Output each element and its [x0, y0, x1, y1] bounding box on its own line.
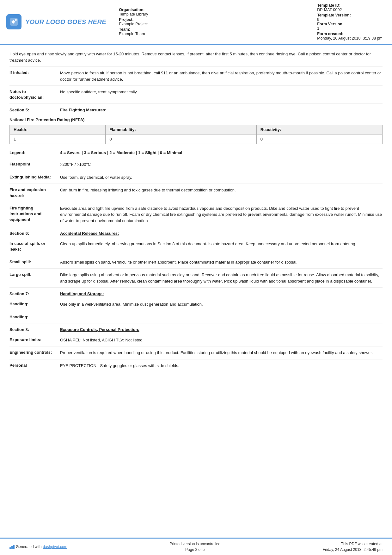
section5-label: Section 5:: [9, 108, 60, 112]
header-meta-left: Organisation: Template Library Project: …: [119, 3, 148, 41]
field-extinguishing: Extinguishing Media: Use foam, dry chemi…: [9, 171, 383, 184]
legend-label: Legend:: [9, 150, 60, 155]
field-label-notes-doctor: Notes to doctor/physician:: [9, 89, 60, 100]
field-spills-leaks: In case of spills or leaks: Clean up spi…: [9, 238, 383, 256]
svg-point-1: [15, 19, 17, 21]
section8-label: Section 8:: [9, 327, 60, 332]
field-engineering-controls: Engineering controls: Proper ventilation…: [9, 346, 383, 359]
field-label-fire-explosion: Fire and explosion hazard:: [9, 187, 60, 198]
field-value-fire-explosion: Can burn in fire, releasing irritating a…: [60, 187, 383, 198]
field-flashpoint: Flashpoint: >200°F / >100°C: [9, 158, 383, 171]
team-line: Team: Example Team: [119, 27, 148, 36]
field-value-engineering-controls: Proper ventilation is required when hand…: [60, 350, 383, 356]
section6-label: Section 6:: [9, 231, 60, 236]
project-line: Project: Example Project: [119, 17, 148, 26]
field-value-notes-doctor: No specific antidote, treat symptomatica…: [60, 89, 383, 100]
template-id-line: Template ID: DP-MAT-0002: [317, 3, 383, 12]
footer-bar-2: [11, 546, 13, 549]
footer-right-line2: Friday, 24 August 2018, 2:45:49 pm: [323, 547, 383, 552]
section5-row: Section 5: Fire Fighting Measures:: [9, 104, 383, 114]
field-label-engineering-controls: Engineering controls:: [9, 350, 60, 356]
form-created-line: Form created: Monday, 20 August 2018, 3:…: [317, 32, 383, 41]
header-meta: Organisation: Template Library Project: …: [119, 3, 383, 41]
field-value-extinguishing: Use foam, dry chemical, or water spray.: [60, 174, 383, 181]
footer-bar-1: [9, 547, 11, 549]
field-value-exposure-limits: OSHA PEL: Not listed, ACIGH TLV: Not lis…: [60, 337, 383, 343]
field-value-handling-1: Use only in a well-ventilated area. Mini…: [60, 301, 383, 308]
logo-area: YOUR LOGO GOES HERE: [6, 3, 106, 41]
section5-title: Fire Fighting Measures:: [60, 108, 107, 112]
field-label-fire-fighting: Fire fighting instructions and equipment…: [9, 205, 60, 224]
field-notes-doctor: Notes to doctor/physician: No specific a…: [9, 86, 383, 104]
footer-generated-text: Generated with: [16, 545, 41, 549]
field-small-spill: Small spill: Absorb small spills on sand…: [9, 256, 383, 269]
field-value-small-spill: Absorb small spills on sand, vermiculite…: [60, 259, 383, 265]
footer-center: Printed version is uncontrolled Page 2 o…: [169, 541, 220, 552]
org-line: Organisation: Template Library: [119, 8, 148, 16]
field-label-small-spill: Small spill:: [9, 259, 60, 265]
field-label-large-spill: Large spill:: [9, 272, 60, 284]
footer-bar-3: [13, 545, 15, 549]
page-footer: Generated with dashpivot.com Printed ver…: [0, 538, 392, 555]
intro-text: Hold eye open and rinse slowly and gentl…: [9, 48, 383, 67]
section6-row: Section 6: Accidental Release Measures:: [9, 227, 383, 238]
nfpa-value-row: 1 0 0: [10, 134, 383, 144]
field-if-inhaled: If inhaled: Move person to fresh air, if…: [9, 67, 383, 86]
nfpa-heading: National Fire Protection Rating (NFPA): [9, 117, 383, 122]
footer-page-number: Page 2 of 5: [169, 547, 220, 552]
field-label-personal: Personal: [9, 363, 60, 369]
footer-center-line1: Printed version is uncontrolled: [169, 541, 220, 547]
field-handling-2: Handling:: [9, 311, 383, 323]
legend-value: 4 = Severe | 3 = Serious | 2 = Moderate …: [60, 150, 182, 155]
logo-text: YOUR LOGO GOES HERE: [25, 18, 106, 26]
field-label-spills-leaks: In case of spills or leaks:: [9, 241, 60, 252]
field-value-fire-fighting: Evacuate area and fight fire upwind from…: [60, 205, 383, 224]
field-label-extinguishing: Extinguishing Media:: [9, 174, 60, 181]
nfpa-table: Health: Flammability: Reactivity: 1 0 0: [9, 125, 383, 144]
footer-left: Generated with dashpivot.com: [9, 544, 67, 549]
footer-right-line1: This PDF was created at: [323, 541, 383, 547]
field-value-if-inhaled: Move person to fresh air, if person is n…: [60, 70, 383, 82]
field-value-flashpoint: >200°F / >100°C: [60, 161, 383, 168]
section8-row: Section 8: Exposure Controls, Personal P…: [9, 323, 383, 334]
field-label-handling-1: Handling:: [9, 301, 60, 308]
field-fire-explosion: Fire and explosion hazard: Can burn in f…: [9, 184, 383, 202]
template-version-line: Template Version: 9 Form Version: 1: [317, 13, 383, 31]
logo-icon: [6, 14, 21, 29]
field-value-handling-2: [60, 314, 383, 320]
section7-title: Handling and Storage:: [60, 291, 104, 296]
nfpa-reactivity-value: 0: [256, 134, 382, 144]
footer-right: This PDF was created at Friday, 24 Augus…: [323, 541, 383, 552]
nfpa-health-value: 1: [10, 134, 106, 144]
field-fire-fighting: Fire fighting instructions and equipment…: [9, 202, 383, 228]
field-label-if-inhaled: If inhaled:: [9, 70, 60, 82]
field-personal: Personal EYE PROTECTION - Safety goggles…: [9, 359, 383, 372]
section6-title: Accidental Release Measures:: [60, 231, 119, 236]
content-area: Hold eye open and rinse slowly and gentl…: [0, 45, 392, 538]
field-handling-1: Handling: Use only in a well-ventilated …: [9, 298, 383, 311]
page-header: YOUR LOGO GOES HERE Organisation: Templa…: [0, 0, 392, 45]
nfpa-th-health: Health:: [10, 125, 106, 134]
field-exposure-limits: Exposure limits: OSHA PEL: Not listed, A…: [9, 334, 383, 347]
field-value-spills-leaks: Clean up spills immediately, observing p…: [60, 241, 383, 252]
footer-logo: Generated with dashpivot.com: [9, 544, 67, 549]
nfpa-th-reactivity: Reactivity:: [256, 125, 382, 134]
nfpa-flammability-value: 0: [106, 134, 257, 144]
footer-dashpivot-link[interactable]: dashpivot.com: [43, 545, 67, 549]
header-meta-right: Template ID: DP-MAT-0002 Template Versio…: [317, 3, 383, 41]
nfpa-th-flammability: Flammability:: [106, 125, 257, 134]
field-label-exposure-limits: Exposure limits:: [9, 337, 60, 343]
field-value-large-spill: Dike large spills using absorbent or imp…: [60, 272, 383, 284]
footer-bars-icon: [9, 544, 15, 549]
legend-row: Legend: 4 = Severe | 3 = Serious | 2 = M…: [9, 147, 383, 158]
field-large-spill: Large spill: Dike large spills using abs…: [9, 269, 383, 288]
field-label-handling-2: Handling:: [9, 314, 60, 320]
section7-row: Section 7: Handling and Storage:: [9, 288, 383, 298]
nfpa-section: National Fire Protection Rating (NFPA) H…: [9, 114, 383, 147]
section7-label: Section 7:: [9, 291, 60, 296]
field-value-personal: EYE PROTECTION - Safety goggles or glass…: [60, 363, 383, 369]
nfpa-header-row: Health: Flammability: Reactivity:: [10, 125, 383, 134]
field-label-flashpoint: Flashpoint:: [9, 161, 60, 168]
section8-title: Exposure Controls, Personal Protection:: [60, 327, 139, 332]
page: YOUR LOGO GOES HERE Organisation: Templa…: [0, 0, 392, 555]
